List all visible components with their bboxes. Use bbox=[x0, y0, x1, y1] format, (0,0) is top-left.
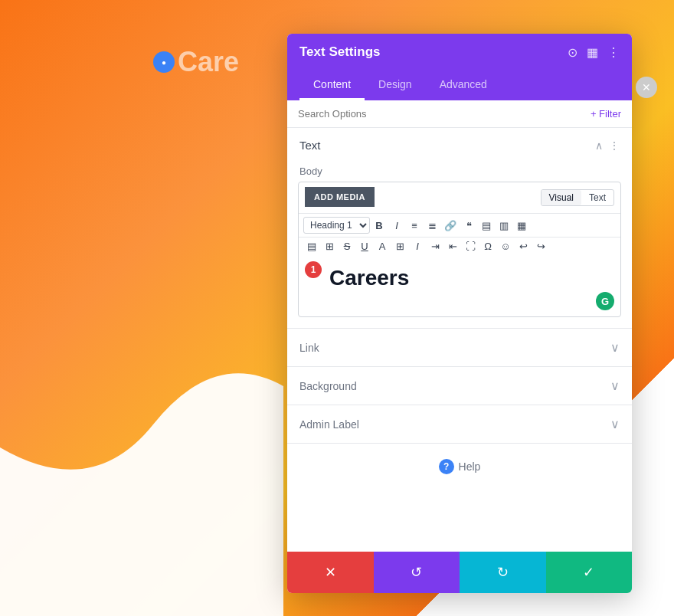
text-section-title: Text bbox=[299, 139, 321, 152]
text-section-header: Text ∧ ⋮ bbox=[287, 128, 632, 162]
redo-button[interactable]: ↻ bbox=[460, 552, 546, 593]
editor-area: ADD MEDIA Visual Text Heading 1 Heading … bbox=[298, 182, 621, 317]
text-color-button[interactable]: A bbox=[374, 239, 391, 254]
align-left-button[interactable]: ▤ bbox=[478, 218, 495, 233]
admin-label-section[interactable]: Admin Label ∨ bbox=[287, 405, 632, 444]
panel-close-button[interactable]: ✕ bbox=[636, 77, 657, 98]
text-view-button[interactable]: Text bbox=[581, 190, 613, 205]
search-input[interactable] bbox=[298, 108, 591, 120]
filter-button[interactable]: + Filter bbox=[591, 108, 621, 120]
heading-select[interactable]: Heading 1 Heading 2 Paragraph bbox=[303, 217, 370, 234]
logo-icon: ● bbox=[153, 51, 175, 73]
grammarly-badge[interactable]: G bbox=[596, 292, 614, 310]
link-section[interactable]: Link ∨ bbox=[287, 329, 632, 367]
cancel-button[interactable]: ✕ bbox=[287, 552, 374, 593]
align-right-button[interactable]: ▦ bbox=[513, 218, 530, 233]
section-menu-icon[interactable]: ⋮ bbox=[609, 139, 620, 152]
panel-header: Text Settings ⊙ ▦ ⋮ bbox=[287, 34, 632, 70]
search-bar: + Filter bbox=[287, 100, 632, 128]
underline-button[interactable]: U bbox=[356, 239, 373, 254]
panel-header-icons: ⊙ ▦ ⋮ bbox=[568, 45, 620, 60]
ordered-list-button[interactable]: ≣ bbox=[424, 218, 440, 233]
italic2-button[interactable]: I bbox=[409, 239, 426, 254]
help-icon[interactable]: ? bbox=[439, 459, 454, 474]
fullscreen-icon[interactable]: ⊙ bbox=[568, 45, 577, 60]
tab-design[interactable]: Design bbox=[365, 70, 426, 100]
admin-label-chevron-icon: ∨ bbox=[610, 417, 620, 431]
background-section[interactable]: Background ∨ bbox=[287, 367, 632, 405]
omega-button[interactable]: Ω bbox=[479, 239, 496, 254]
visual-view-button[interactable]: Visual bbox=[541, 190, 581, 205]
help-label[interactable]: Help bbox=[459, 460, 481, 473]
columns-icon[interactable]: ▦ bbox=[587, 45, 598, 60]
bold-button[interactable]: B bbox=[371, 218, 388, 233]
panel-content: Text ∧ ⋮ Body ADD MEDIA Visual Text bbox=[287, 128, 632, 552]
toolbar-row-1: Heading 1 Heading 2 Paragraph B I ≡ ≣ 🔗 … bbox=[299, 214, 620, 238]
filter-label: + Filter bbox=[591, 108, 621, 120]
indent-button[interactable]: ⇥ bbox=[427, 239, 443, 254]
background-chevron-icon: ∨ bbox=[610, 378, 620, 393]
logo-text: Care bbox=[178, 46, 239, 78]
outdent-button[interactable]: ⇤ bbox=[444, 239, 461, 254]
admin-label-section-title: Admin Label bbox=[299, 418, 359, 431]
body-label: Body bbox=[287, 162, 632, 182]
emoji-button[interactable]: ☺ bbox=[497, 239, 514, 254]
tab-content[interactable]: Content bbox=[299, 70, 365, 100]
save-button[interactable]: ✓ bbox=[546, 552, 633, 593]
toolbar-row-2: ▤ ⊞ S U A ⊞ I ⇥ ⇤ ⛶ Ω ☺ ↩ ↪ bbox=[299, 238, 620, 255]
help-area: ? Help bbox=[287, 444, 632, 490]
bottom-bar: ✕ ↺ ↻ ✓ bbox=[287, 552, 632, 593]
align-center-button[interactable]: ▥ bbox=[496, 218, 512, 233]
table-button[interactable]: ⊞ bbox=[321, 239, 338, 254]
section-controls: ∧ ⋮ bbox=[595, 139, 620, 152]
link-button[interactable]: 🔗 bbox=[441, 218, 460, 233]
redo-editor-button[interactable]: ↪ bbox=[532, 239, 549, 254]
blockquote-button[interactable]: ❝ bbox=[460, 218, 477, 233]
justify-button[interactable]: ▤ bbox=[303, 239, 320, 254]
panel-title: Text Settings bbox=[299, 44, 380, 60]
italic-button[interactable]: I bbox=[388, 218, 405, 233]
undo-editor-button[interactable]: ↩ bbox=[515, 239, 532, 254]
background-section-title: Background bbox=[299, 380, 357, 392]
unordered-list-button[interactable]: ≡ bbox=[406, 218, 423, 233]
fullscreen-editor-button[interactable]: ⛶ bbox=[462, 239, 479, 254]
link-section-title: Link bbox=[299, 342, 319, 354]
link-chevron-icon: ∨ bbox=[610, 340, 620, 355]
text-section: Text ∧ ⋮ Body ADD MEDIA Visual Text bbox=[287, 128, 632, 329]
strikethrough-button[interactable]: S bbox=[339, 239, 355, 254]
editor-text[interactable]: Careers bbox=[309, 263, 610, 290]
more-options-icon[interactable]: ⋮ bbox=[607, 45, 620, 60]
add-media-button[interactable]: ADD MEDIA bbox=[305, 187, 375, 207]
grammarly-icon: G bbox=[601, 296, 609, 307]
editor-badge: 1 bbox=[305, 261, 322, 278]
collapse-icon[interactable]: ∧ bbox=[595, 139, 603, 152]
editor-content-area[interactable]: 1 Careers G bbox=[299, 255, 620, 316]
tabs-bar: Content Design Advanced bbox=[287, 70, 632, 100]
background-wave bbox=[0, 233, 283, 616]
logo-area: ● Care bbox=[153, 46, 239, 78]
text-settings-panel: Text Settings ⊙ ▦ ⋮ Content Design Advan… bbox=[287, 34, 632, 593]
tab-advanced[interactable]: Advanced bbox=[426, 70, 501, 100]
special-button[interactable]: ⊞ bbox=[391, 239, 408, 254]
undo-button[interactable]: ↺ bbox=[374, 552, 460, 593]
